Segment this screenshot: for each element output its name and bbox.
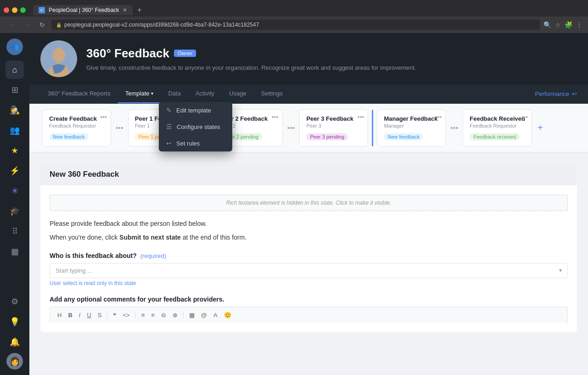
dropdown-item-edit-template[interactable]: ✎ Edit template (159, 102, 232, 118)
toolbar-separator (107, 311, 107, 319)
address-bar[interactable]: 🔒 peoplegoal.peoplegoal-v2.com/apps/d399… (51, 20, 540, 30)
stage-dots[interactable]: ••• (358, 113, 364, 121)
sidebar-item-hierarchy[interactable]: ⠿ (6, 222, 24, 241)
form-title: New 360 Feedback (50, 170, 568, 179)
bookmark-icon[interactable]: ☆ (555, 21, 561, 28)
sidebar-bottom: ⚙ 💡 🔔 👩 (6, 292, 24, 369)
header-title-row: 360° Feedback Owner (86, 46, 577, 61)
traffic-light-red[interactable] (4, 7, 9, 13)
back-button[interactable]: ← (6, 20, 17, 29)
dropdown-item-configure-states[interactable]: ☰ Configure states (159, 118, 232, 135)
who-feedback-input[interactable]: Start typing ... ▾ (50, 263, 568, 278)
toolbar-table[interactable]: ▦ (187, 311, 196, 319)
avatar-image (40, 40, 77, 77)
stage-dots[interactable]: ••• (100, 113, 107, 121)
toolbar-blockquote[interactable]: ❝ (111, 311, 118, 319)
table-icon: ▦ (11, 246, 19, 257)
main-content: 360° Feedback Owner Give timely, constru… (29, 33, 588, 375)
toolbar-ordered-list[interactable]: ≡ (140, 311, 147, 319)
toolbar-separator (135, 311, 136, 319)
sidebar-item-settings[interactable]: ⚙ (6, 292, 24, 311)
performance-button[interactable]: Performance ↩ (535, 90, 577, 97)
owner-badge: Owner (174, 50, 196, 57)
stage-manager-feedback[interactable]: ••• Manager Feedback Manager New feedbac… (377, 109, 446, 146)
toolbar-mention[interactable]: @ (199, 311, 209, 319)
required-indicator: (required) (140, 252, 166, 259)
toolbar-underline[interactable]: U (85, 311, 93, 319)
url-text: peoplegoal.peoplegoal-v2.com/apps/d399d2… (64, 22, 259, 28)
stage-feedback-received[interactable]: ••• Feedback Received Feedback Requestor… (463, 109, 532, 146)
search-icon[interactable]: 🔍 (543, 21, 551, 28)
browser-tab[interactable]: P PeopleGoal | 360° Feedback ✕ (33, 5, 133, 15)
stage-dots[interactable]: ••• (435, 113, 442, 121)
extension-icon[interactable]: 🧩 (565, 21, 572, 28)
pipeline-separator: ••• (113, 124, 126, 132)
traffic-light-green[interactable] (20, 7, 26, 13)
sidebar-item-notifications[interactable]: 🔔 (6, 333, 24, 351)
refresh-button[interactable]: ↻ (37, 20, 48, 29)
tab-data[interactable]: Data (161, 84, 188, 103)
user-avatar[interactable]: 👩 (6, 353, 23, 369)
toolbar-heading[interactable]: H (56, 311, 63, 319)
lightning-icon: ⚡ (10, 166, 20, 176)
tab-activity[interactable]: Activity (188, 84, 222, 103)
bulb-icon: 💡 (10, 317, 20, 327)
tab-reports[interactable]: 360° Feedback Reports (40, 84, 118, 103)
sidebar-item-goals[interactable]: ★ (6, 141, 24, 160)
toolbar-emoji[interactable]: 🙂 (222, 311, 233, 319)
sidebar-item-lightning[interactable]: ⚡ (6, 162, 24, 180)
stage-peer3-feedback[interactable]: ••• Peer 3 Feedback Peer 3 Peer 3 pendin… (299, 109, 368, 146)
new-tab-button[interactable]: + (134, 6, 144, 14)
who-placeholder: Start typing ... (56, 267, 92, 274)
template-chevron-icon: ▾ (151, 91, 153, 96)
sidebar-item-tips[interactable]: 💡 (6, 313, 24, 331)
hierarchy-icon: ⠿ (12, 226, 18, 236)
sidebar-item-home[interactable]: ⌂ (6, 61, 24, 79)
toolbar-strikethrough[interactable]: S (96, 311, 104, 319)
settings-icon: ⚙ (11, 297, 18, 307)
template-dropdown-menu: ✎ Edit template ☰ Configure states ↩ Set… (159, 102, 232, 151)
stage-dots[interactable]: ••• (272, 113, 279, 121)
stage-create-feedback[interactable]: ••• Create Feedback Feedback Requestor N… (42, 109, 111, 146)
sidebar-item-people[interactable]: 🕵 (6, 101, 24, 119)
sidebar-item-learning[interactable]: 🎓 (6, 202, 24, 220)
tab-usage[interactable]: Usage (222, 84, 254, 103)
tab-template[interactable]: Template ▾ (118, 84, 161, 103)
sidebar-item-asterisk[interactable]: ✳ (6, 182, 24, 200)
instruction-2-bold: Submit to next state (119, 234, 181, 241)
toolbar-indent-more[interactable]: ⊕ (171, 311, 179, 319)
bell-icon: 🔔 (10, 337, 20, 347)
tab-close-button[interactable]: ✕ (123, 7, 127, 13)
rules-icon: ↩ (166, 140, 172, 147)
menu-icon[interactable]: ⋮ (576, 21, 582, 28)
stage-dots[interactable]: ••• (521, 113, 528, 121)
form-body-content: New 360 Feedback Rich textarea element i… (29, 152, 588, 375)
sidebar-item-dashboard[interactable]: ⊞ (6, 81, 24, 99)
toolbar-separator (183, 311, 184, 319)
who-feedback-label: Who is this feedback about? (required) (50, 252, 568, 259)
stage-title: Create Feedback (49, 115, 104, 122)
pipeline-separator: ••• (285, 124, 298, 132)
traffic-light-yellow[interactable] (12, 7, 17, 13)
sidebar-item-feedback[interactable]: 👥 (6, 121, 24, 140)
forward-button[interactable]: → (21, 20, 33, 29)
toolbar-unordered-list[interactable]: ≡ (149, 311, 157, 319)
configure-icon: ☰ (166, 123, 172, 130)
form-main-body: Rich textarea element is hidden in this … (40, 185, 577, 332)
toolbar-italic[interactable]: I (77, 311, 83, 319)
instruction-2-prefix: When you're done, click (50, 234, 119, 241)
add-stage-button[interactable]: + (534, 123, 547, 133)
tab-settings[interactable]: Settings (254, 84, 290, 103)
rich-text-toolbar: H B I U S ❝ <> ≡ ≡ ⊖ ⊕ ▦ (50, 307, 568, 323)
hidden-element-notice[interactable]: Rich textarea element is hidden in this … (50, 195, 568, 211)
app-header: 360° Feedback Owner Give timely, constru… (29, 33, 588, 84)
toolbar-code[interactable]: <> (121, 311, 131, 319)
stage-badge: Feedback received (470, 133, 520, 140)
who-hint: User select is read only in this state (50, 280, 568, 286)
toolbar-color[interactable]: A (212, 311, 219, 319)
sidebar-item-table[interactable]: ▦ (6, 242, 24, 261)
dropdown-item-set-rules[interactable]: ↩ Set rules (159, 135, 232, 151)
toolbar-indent-less[interactable]: ⊖ (159, 311, 168, 319)
active-stage-divider (372, 110, 373, 146)
toolbar-bold[interactable]: B (66, 311, 74, 319)
